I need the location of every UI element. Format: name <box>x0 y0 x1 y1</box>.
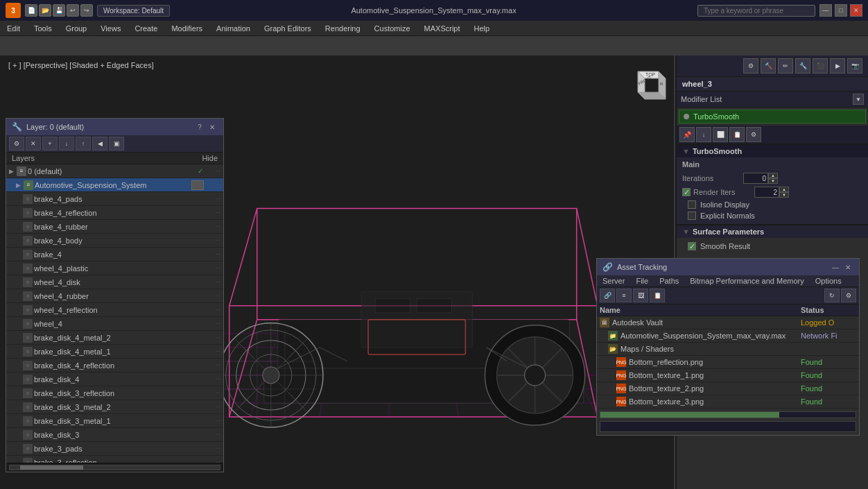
panel-icon-6[interactable]: ▶ <box>830 58 845 74</box>
smooth-result-checkbox[interactable]: ✓ <box>688 242 696 250</box>
new-btn[interactable]: 📄 <box>25 4 37 17</box>
asset-minimize-btn[interactable]: — <box>830 261 841 273</box>
menu-group[interactable]: Group <box>59 21 94 35</box>
undo-btn[interactable]: ↩ <box>67 4 79 17</box>
layer-close-btn[interactable]: ✕ <box>207 121 218 132</box>
iterations-spinner[interactable]: ▲ ▼ <box>768 173 778 184</box>
asset-item[interactable]: PNG Bottom_texture_2.png Found <box>597 382 859 395</box>
menu-maxscript[interactable]: MAXScript <box>417 21 467 35</box>
minimize-btn[interactable]: — <box>819 4 832 17</box>
layer-tb-close[interactable]: ✕ <box>26 137 41 151</box>
layer-item[interactable]: ○ brake_disk_4_metal_2 ··· <box>6 331 223 345</box>
layer-tb-icon7[interactable]: ▣ <box>109 137 124 151</box>
asset-menu-bitmap-perf[interactable]: Bitmap Performance and Memory <box>684 275 809 286</box>
turbosmoothsection-header[interactable]: ▼ TurboSmooth <box>677 144 868 157</box>
menu-views[interactable]: Views <box>94 21 128 35</box>
move-down-icon[interactable]: ↓ <box>696 127 711 142</box>
pin-icon[interactable]: 📌 <box>679 127 695 142</box>
menu-animation[interactable]: Animation <box>209 21 257 35</box>
layer-item[interactable]: ○ brake_3_pads ··· <box>6 442 223 456</box>
layer-item[interactable]: ○ wheel_4 ··· <box>6 317 223 331</box>
open-btn[interactable]: 📂 <box>39 4 51 17</box>
isoline-checkbox[interactable] <box>688 200 696 209</box>
layer-tb-icon4[interactable]: ↓ <box>59 137 74 151</box>
asset-menu-server[interactable]: Server <box>597 275 630 286</box>
iterations-ctrl[interactable]: ▲ ▼ <box>743 173 778 184</box>
layer-item[interactable]: ○ wheel_4_plastic ··· <box>6 261 223 275</box>
save-btn[interactable]: 💾 <box>53 4 65 17</box>
surface-params-header[interactable]: ▼ Surface Parameters <box>677 225 868 238</box>
asset-item[interactable]: PNG Bottom_reflection.png Found <box>597 356 859 369</box>
close-btn[interactable]: ✕ <box>850 4 862 17</box>
layer-scroll-thumb[interactable] <box>20 465 83 470</box>
menu-graph-editors[interactable]: Graph Editors <box>257 21 318 35</box>
panel-icon-7[interactable]: 📷 <box>847 58 862 74</box>
asset-menu-options[interactable]: Options <box>810 275 847 286</box>
asset-tb-refresh[interactable]: ↻ <box>824 289 840 302</box>
render-iters-checkbox[interactable]: ✓ <box>682 188 691 196</box>
layer-item[interactable]: ○ brake_4_rubber ··· <box>6 220 223 234</box>
render-iters-input[interactable] <box>754 187 779 198</box>
param-icon[interactable]: ⬜ <box>713 127 728 142</box>
layer-scroll-track[interactable] <box>9 465 220 470</box>
menu-tools[interactable]: Tools <box>27 21 59 35</box>
layer-item[interactable]: ○ wheel_4_disk ··· <box>6 275 223 289</box>
maximize-btn[interactable]: □ <box>835 4 847 17</box>
asset-tb-icon3[interactable]: 🖼 <box>633 289 648 302</box>
modifier-list-dropdown[interactable]: ▼ <box>853 94 864 105</box>
layer-item[interactable]: ○ brake_4_body ··· <box>6 234 223 248</box>
layer-item[interactable]: ○ brake_3_reflection ··· <box>6 456 223 463</box>
asset-item[interactable]: PNG Bottom_texture_1.png Found <box>597 369 859 382</box>
layer-tb-icon5[interactable]: ↑ <box>76 137 91 151</box>
view-cube[interactable]: TOP FRONT R <box>624 61 672 110</box>
asset-close-btn[interactable]: ✕ <box>842 261 853 273</box>
iterations-input[interactable] <box>743 173 768 184</box>
asset-item[interactable]: 📂 Maps / Shaders <box>597 343 859 356</box>
asset-tb-icon2[interactable]: ≡ <box>616 289 632 302</box>
layer-item[interactable]: ○ brake_disk_4_reflection ··· <box>6 359 223 372</box>
asset-tb-icon1[interactable]: 🔗 <box>600 289 615 302</box>
layer-help-btn[interactable]: ? <box>194 121 205 132</box>
render-iters-spinner[interactable]: ▲ ▼ <box>779 187 789 198</box>
layer-item[interactable]: ○ wheel_4_reflection ··· <box>6 303 223 317</box>
layer-item[interactable]: ○ brake_disk_4 ··· <box>6 372 223 386</box>
asset-tb-icon4[interactable]: 📋 <box>650 289 665 302</box>
layer-tb-icon1[interactable]: ⚙ <box>9 137 24 151</box>
panel-icon-2[interactable]: 🔨 <box>761 58 776 74</box>
workspace-label[interactable]: Workspace: Default <box>97 5 170 17</box>
asset-menu-file[interactable]: File <box>630 275 654 286</box>
layer-item[interactable]: ○ brake_disk_3_metal_2 ··· <box>6 400 223 414</box>
configure-icon[interactable]: ⚙ <box>746 127 761 142</box>
modifier-item[interactable]: TurboSmooth <box>679 110 866 123</box>
asset-menu-paths[interactable]: Paths <box>654 275 684 286</box>
layer-item[interactable]: ○ brake_disk_4_metal_1 ··· <box>6 345 223 359</box>
menu-rendering[interactable]: Rendering <box>318 21 367 35</box>
render-iters-ctrl[interactable]: ▲ ▼ <box>754 187 789 198</box>
panel-icon-5[interactable]: ⬛ <box>813 58 828 74</box>
panel-icon-1[interactable]: ⚙ <box>743 58 758 74</box>
layer-item[interactable]: ○ brake_4_pads ··· <box>6 192 223 206</box>
paste-icon[interactable]: 📋 <box>729 127 745 142</box>
redo-btn[interactable]: ↪ <box>80 4 93 17</box>
layer-item[interactable]: ○ brake_4_reflection ··· <box>6 206 223 220</box>
asset-input-bar[interactable] <box>600 421 856 432</box>
panel-icon-3[interactable]: ✏ <box>778 58 793 74</box>
layer-item[interactable]: ○ brake_disk_3 ··· <box>6 428 223 442</box>
panel-icon-4[interactable]: 🔧 <box>795 58 810 74</box>
layer-tb-icon6[interactable]: ◀ <box>92 137 107 151</box>
layer-scrollbar-area[interactable] <box>6 463 223 472</box>
layer-item[interactable]: ○ wheel_4_rubber ··· <box>6 289 223 303</box>
layer-item[interactable]: ▶ ≡ 0 (default) ✓ ··· <box>6 164 223 178</box>
menu-customize[interactable]: Customize <box>367 21 417 35</box>
search-input[interactable] <box>697 5 815 17</box>
menu-help[interactable]: Help <box>467 21 497 35</box>
menu-create[interactable]: Create <box>128 21 164 35</box>
asset-tb-settings[interactable]: ⚙ <box>841 289 856 302</box>
asset-item[interactable]: PNG Bottom_texture_3.png Found <box>597 395 859 409</box>
menu-edit[interactable]: Edit <box>0 21 27 35</box>
layer-item[interactable]: ○ brake_4 ··· <box>6 248 223 261</box>
asset-item[interactable]: 🏛 Autodesk Vault Logged O <box>597 316 859 329</box>
layer-item[interactable]: ○ brake_disk_3_reflection ··· <box>6 386 223 400</box>
asset-item[interactable]: 📁 Automotive_Suspension_System_max_vray.… <box>597 329 859 343</box>
layer-item[interactable]: ▶ ≡ Automotive_Suspension_System ··· <box>6 178 223 192</box>
